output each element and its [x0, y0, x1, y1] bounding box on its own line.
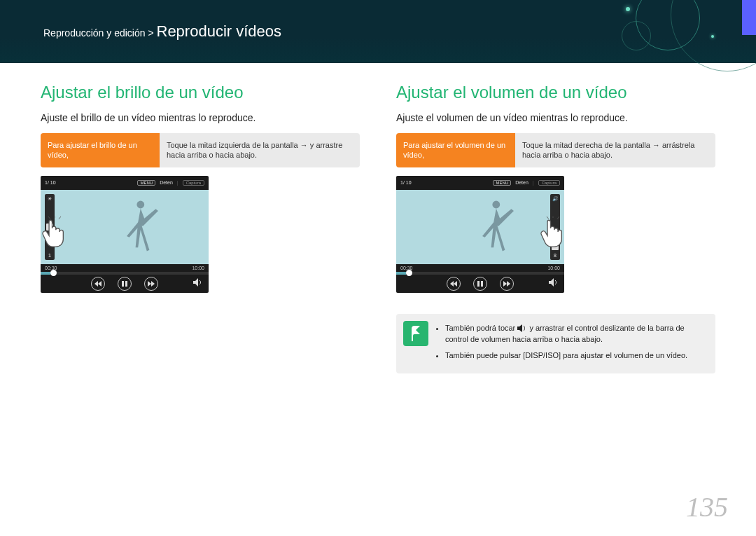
- instruction-row: Para ajustar el volumen de un vídeo, Toq…: [396, 133, 715, 167]
- time-current: 00:30: [400, 266, 413, 270]
- clip-count: 1/ 10: [45, 180, 56, 185]
- instruction-text: Toque la mitad derecha de la pantalla → …: [515, 133, 715, 167]
- note-line-1: También podrá tocar y arrastrar el contr…: [445, 322, 706, 345]
- page-title: Reproducir vídeos: [157, 22, 282, 40]
- forward-button[interactable]: [500, 277, 514, 291]
- note-icon: [403, 321, 428, 346]
- hand-gesture-icon: [41, 217, 70, 247]
- capture-button[interactable]: Captura: [183, 180, 204, 186]
- instruction-text: Toque la mitad izquierda de la pantalla …: [160, 133, 360, 167]
- pause-button[interactable]: [473, 277, 487, 291]
- col-volume: Ajustar el volumen de un vídeo Ajuste el…: [396, 83, 715, 373]
- slider-value: 1: [48, 253, 51, 258]
- note-line-2: También puede pulsar [DISP/ISO] para aju…: [445, 350, 706, 362]
- page-number: 135: [686, 490, 728, 523]
- instruction-label: Para ajustar el brillo de un vídeo,: [41, 133, 160, 167]
- speaker-icon: [517, 324, 527, 332]
- stop-label: Deten: [515, 180, 528, 185]
- key-label: DISP/ISO: [525, 351, 559, 359]
- rewind-button[interactable]: [447, 277, 461, 291]
- pause-button[interactable]: [118, 277, 132, 291]
- heading-volume: Ajustar el volumen de un vídeo: [396, 83, 715, 102]
- time-total: 10:00: [192, 266, 204, 270]
- time-total: 10:00: [547, 266, 560, 270]
- stop-label: Deten: [160, 180, 173, 185]
- capture-button[interactable]: Captura: [538, 180, 560, 186]
- desc-volume: Ajuste el volumen de un vídeo mientras l…: [396, 112, 715, 123]
- hand-gesture-icon: [538, 217, 564, 247]
- decorative-circles: [532, 0, 756, 63]
- note-box: También podrá tocar y arrastrar el contr…: [396, 314, 715, 374]
- brightness-icon: ☀: [48, 196, 52, 202]
- svg-rect-2: [125, 281, 127, 287]
- dancer-icon: [108, 198, 171, 261]
- clip-count: 1/ 10: [400, 180, 412, 185]
- dancer-icon: [463, 198, 526, 261]
- svg-point-0: [136, 200, 144, 208]
- heading-brightness: Ajustar el brillo de un vídeo: [41, 83, 360, 102]
- section-tab: [742, 0, 756, 35]
- slider-value: 8: [554, 253, 556, 258]
- video-player-volume: 1/ 10 MENU Deten | Captura 🔊 8: [396, 176, 564, 293]
- volume-icon[interactable]: [193, 278, 203, 289]
- time-current: 00:30: [45, 266, 57, 270]
- rewind-button[interactable]: [91, 277, 105, 291]
- volume-icon[interactable]: [549, 278, 559, 289]
- svg-rect-1: [122, 281, 124, 287]
- video-player-brightness: 1/ 10 MENU Deten | Captura ☀ 1: [41, 176, 209, 293]
- svg-rect-4: [477, 281, 479, 287]
- menu-button[interactable]: MENU: [137, 180, 155, 186]
- instruction-row: Para ajustar el brillo de un vídeo, Toqu…: [41, 133, 360, 167]
- forward-button[interactable]: [144, 277, 158, 291]
- instruction-label: Para ajustar el volumen de un vídeo,: [396, 133, 515, 167]
- svg-point-3: [492, 200, 500, 208]
- page-header: Reproducción y edición > Reproducir víde…: [0, 0, 756, 63]
- desc-brightness: Ajuste el brillo de un vídeo mientras lo…: [41, 112, 360, 123]
- volume-max-icon: 🔊: [552, 196, 559, 202]
- col-brightness: Ajustar el brillo de un vídeo Ajuste el …: [41, 83, 360, 373]
- svg-rect-5: [481, 281, 483, 287]
- breadcrumb: Reproducción y edición >: [43, 27, 157, 39]
- menu-button[interactable]: MENU: [493, 180, 511, 186]
